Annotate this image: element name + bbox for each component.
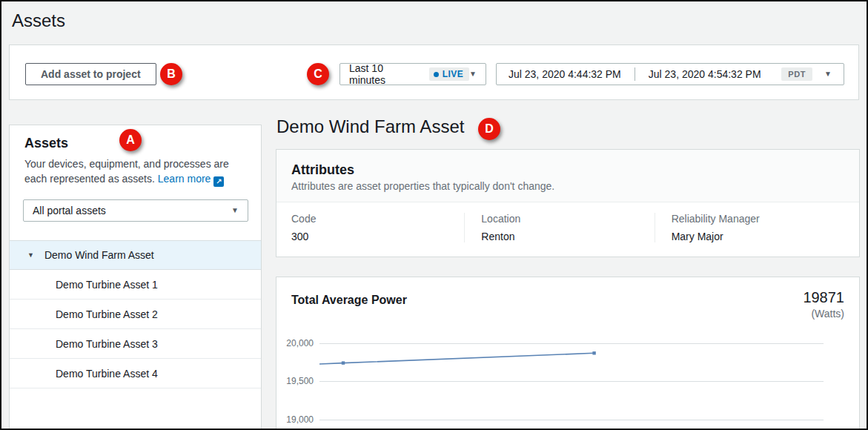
attribute-label: Code: [291, 213, 464, 225]
attribute-label: Location: [481, 213, 654, 225]
app-window: Assets Add asset to project B C Last 10 …: [0, 0, 868, 430]
add-asset-to-project-button[interactable]: Add asset to project: [25, 63, 156, 85]
toolbar: Add asset to project B C Last 10 minutes…: [9, 44, 859, 100]
tree-item-demo-turbine-asset-1[interactable]: Demo Turbine Asset 1: [10, 270, 261, 300]
asset-tree: ▼ Demo Wind Farm Asset Demo Turbine Asse…: [10, 240, 261, 388]
chevron-down-icon: ▼: [231, 207, 239, 214]
annotation-badge-a: A: [119, 129, 142, 151]
y-axis-tick-label: 19,000: [276, 414, 314, 425]
tree-item-label: Demo Turbine Asset 3: [56, 338, 158, 350]
tree-item-label: Demo Turbine Asset 4: [56, 368, 158, 380]
total-average-power-chart-panel: Total Average Power 19871 (Watts) 20,000…: [276, 277, 860, 430]
date-range-separator: [635, 67, 635, 81]
chart-latest-value: 19871: [803, 289, 844, 306]
attributes-subtitle: Attributes are asset properties that typ…: [291, 180, 844, 192]
live-badge-label: LIVE: [443, 69, 463, 79]
live-status-badge: LIVE: [429, 67, 469, 81]
tree-item-demo-turbine-asset-4[interactable]: Demo Turbine Asset 4: [10, 359, 261, 388]
attribute-label: Reliability Manager: [672, 213, 844, 225]
attributes-panel-header: Attributes Attributes are asset properti…: [276, 150, 859, 202]
external-link-icon: ↗: [213, 176, 224, 187]
live-dot-icon: [434, 72, 439, 77]
time-range-label: Last 10 minutes: [349, 62, 422, 86]
tree-item-label: Demo Turbine Asset 1: [56, 279, 158, 291]
attribute-item-code: Code 300: [291, 213, 464, 242]
page-title: Assets: [12, 10, 65, 31]
attribute-value: 300: [291, 231, 464, 242]
attributes-body: Code 300 Location Renton Reliability Man…: [276, 202, 859, 254]
annotation-badge-c: C: [307, 63, 329, 85]
portal-assets-select[interactable]: All portal assets ▼: [23, 199, 248, 222]
attributes-title: Attributes: [291, 162, 844, 178]
assets-sidebar-panel: Assets A Your devices, equipment, and pr…: [9, 125, 262, 430]
y-axis-tick-label: 19,500: [276, 376, 314, 386]
attribute-value: Mary Major: [672, 231, 844, 242]
date-range-end: Jul 23, 2020 4:54:32 PM: [649, 68, 761, 80]
attribute-value: Renton: [481, 231, 654, 242]
chart-title: Total Average Power: [291, 294, 407, 307]
chart-latest-value-block: 19871 (Watts): [803, 289, 844, 320]
time-range-dropdown[interactable]: Last 10 minutes LIVE ▼: [339, 63, 486, 85]
chart-unit-label: (Watts): [803, 308, 844, 320]
tree-expand-caret-icon[interactable]: ▼: [27, 251, 34, 259]
y-axis-tick-label: 20,000: [276, 338, 314, 348]
timezone-badge: PDT: [781, 67, 812, 81]
power-line-chart[interactable]: [319, 338, 824, 430]
sidebar-title: Assets: [24, 136, 68, 151]
tree-item-demo-wind-farm-asset[interactable]: ▼ Demo Wind Farm Asset: [10, 240, 261, 270]
chevron-down-icon: ▼: [824, 70, 832, 78]
attribute-item-location: Location Renton: [464, 213, 654, 242]
learn-more-link[interactable]: Learn more: [158, 173, 211, 185]
attribute-item-reliability-manager: Reliability Manager Mary Major: [655, 213, 844, 242]
attributes-panel: Attributes Attributes are asset properti…: [276, 149, 860, 257]
tree-item-label: Demo Wind Farm Asset: [44, 249, 154, 261]
annotation-badge-d: D: [478, 118, 500, 140]
date-range-picker[interactable]: Jul 23, 2020 4:44:32 PM Jul 23, 2020 4:5…: [496, 63, 844, 85]
tree-item-label: Demo Turbine Asset 2: [56, 308, 158, 320]
portal-assets-selected-value: All portal assets: [33, 205, 106, 216]
selected-asset-title: Demo Wind Farm Asset: [276, 116, 464, 137]
date-range-start: Jul 23, 2020 4:44:32 PM: [508, 68, 621, 80]
tree-item-demo-turbine-asset-3[interactable]: Demo Turbine Asset 3: [10, 329, 261, 359]
chevron-down-icon: ▼: [469, 70, 477, 78]
sidebar-description: Your devices, equipment, and processes a…: [24, 156, 248, 187]
annotation-badge-b: B: [160, 63, 182, 85]
tree-item-demo-turbine-asset-2[interactable]: Demo Turbine Asset 2: [10, 300, 261, 329]
